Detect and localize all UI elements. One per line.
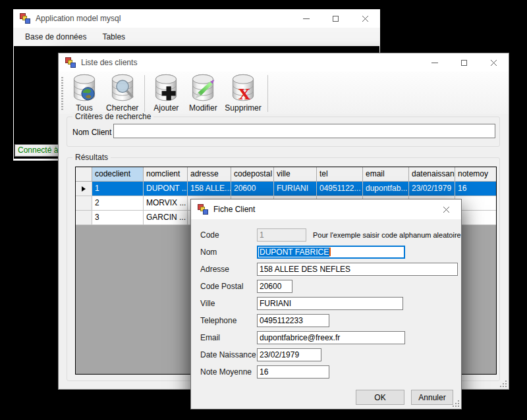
menu-item-base-de-donnees[interactable]: Base de données bbox=[17, 28, 94, 46]
search-criteria-group: Critères de recherche Nom Client bbox=[67, 117, 500, 147]
dialog-titlebar[interactable]: Fiche Client bbox=[191, 199, 461, 219]
close-icon bbox=[443, 206, 450, 213]
table-cell[interactable]: 04951122... bbox=[317, 182, 363, 196]
tous-button[interactable]: Tous bbox=[66, 73, 103, 113]
column-header[interactable]: email bbox=[363, 167, 409, 182]
table-row[interactable]: 1 DUPONT ... 158 ALLE... 20600 FURIANI 0… bbox=[76, 182, 496, 196]
column-header[interactable]: notemoy bbox=[455, 167, 497, 182]
fiche-client-dialog: Fiche Client Code 1 Pour l'exemple saisi… bbox=[190, 199, 462, 409]
field-label: Code Postal bbox=[200, 280, 243, 293]
group-title: Critères de recherche bbox=[72, 112, 153, 121]
column-header[interactable]: tel bbox=[317, 167, 363, 182]
column-header[interactable]: ville bbox=[274, 167, 317, 182]
minimize-button[interactable] bbox=[420, 53, 449, 72]
column-header[interactable]: codepostal bbox=[231, 167, 274, 182]
nom-client-input[interactable] bbox=[113, 124, 495, 138]
table-cell[interactable]: 23/02/1979 bbox=[409, 182, 455, 196]
field-row-date-naissance: Date Naissance 23/02/1979 bbox=[191, 348, 461, 361]
tool-label: Supprimer bbox=[225, 103, 261, 113]
minimize-icon bbox=[303, 18, 310, 19]
column-header[interactable]: nomclient bbox=[144, 167, 188, 182]
database-search-icon bbox=[107, 74, 138, 103]
close-button[interactable] bbox=[350, 9, 380, 28]
telephone-field[interactable]: 0495112233 bbox=[257, 314, 329, 327]
ajouter-button[interactable]: Ajouter bbox=[148, 73, 184, 113]
toolbar-separator bbox=[144, 75, 145, 112]
row-header-cell bbox=[76, 167, 92, 182]
table-cell[interactable]: GARCIN ... bbox=[144, 211, 188, 225]
table-cell[interactable]: 1 bbox=[92, 182, 144, 196]
column-header[interactable]: adresse bbox=[188, 167, 231, 182]
toolbar-separator bbox=[267, 75, 268, 112]
field-row-adresse: Adresse 158 ALLEE DES NEFLES bbox=[191, 263, 461, 276]
column-header[interactable]: datenaissance bbox=[409, 167, 455, 182]
code-postal-field[interactable]: 20600 bbox=[257, 280, 292, 293]
field-label: Email bbox=[200, 331, 220, 344]
row-header-cell[interactable] bbox=[76, 211, 92, 225]
table-cell[interactable]: DUPONT ... bbox=[144, 182, 188, 196]
app-icon bbox=[20, 13, 30, 24]
minimize-button[interactable] bbox=[291, 9, 321, 28]
field-label: Telephone bbox=[200, 314, 236, 327]
maximize-button[interactable] bbox=[449, 53, 479, 72]
main-titlebar[interactable]: Application model mysql bbox=[13, 9, 380, 28]
maximize-button[interactable] bbox=[321, 9, 350, 28]
tool-label: Ajouter bbox=[153, 103, 179, 113]
column-header[interactable]: codeclient bbox=[92, 167, 144, 182]
table-cell[interactable]: 20600 bbox=[231, 182, 274, 196]
database-globe-icon bbox=[69, 74, 99, 103]
toolbar: Tous Chercher Ajouter bbox=[59, 72, 509, 114]
field-row-code-postal: Code Postal 20600 bbox=[191, 280, 461, 293]
field-row-telephone: Telephone 0495112233 bbox=[191, 314, 461, 327]
list-window-title: Liste des clients bbox=[81, 58, 137, 67]
close-icon bbox=[362, 15, 369, 22]
selected-text: DUPONT FABRICE bbox=[259, 248, 329, 257]
email-field[interactable]: dupontfabrice@freex.fr bbox=[257, 331, 405, 344]
nom-field[interactable]: DUPONT FABRICE bbox=[257, 246, 405, 259]
code-hint: Pour l'exemple saisir code alphanum alea… bbox=[313, 228, 461, 242]
cancel-button[interactable]: Annuler bbox=[411, 390, 453, 405]
size-grip-icon[interactable] bbox=[500, 381, 507, 387]
app-icon bbox=[65, 57, 76, 68]
row-header-cell[interactable] bbox=[76, 182, 92, 196]
size-grip-icon[interactable] bbox=[453, 400, 459, 407]
supprimer-button[interactable]: X Supprimer bbox=[221, 73, 264, 113]
table-cell[interactable]: FURIANI bbox=[274, 182, 317, 196]
close-icon bbox=[490, 59, 497, 66]
note-moyenne-field[interactable]: 16 bbox=[257, 365, 329, 379]
table-cell[interactable]: dupontfab... bbox=[363, 182, 409, 196]
minimize-icon bbox=[431, 63, 438, 63]
field-label: Nom bbox=[200, 246, 217, 259]
maximize-icon bbox=[461, 60, 467, 66]
close-button[interactable] bbox=[479, 53, 509, 72]
ok-button[interactable]: OK bbox=[356, 390, 404, 405]
nom-client-label: Nom Client bbox=[72, 128, 111, 137]
table-cell[interactable]: 3 bbox=[92, 211, 144, 225]
current-row-icon bbox=[82, 186, 86, 192]
tool-label: Modifier bbox=[189, 103, 217, 113]
close-button[interactable] bbox=[431, 199, 461, 219]
toolbar-grip[interactable] bbox=[61, 77, 63, 111]
code-field: 1 bbox=[257, 228, 306, 242]
field-label: Code bbox=[200, 228, 219, 242]
main-window-title: Application model mysql bbox=[36, 14, 121, 23]
chercher-button[interactable]: Chercher bbox=[103, 73, 142, 113]
modifier-button[interactable]: Modifier bbox=[184, 73, 221, 113]
tool-label: Chercher bbox=[106, 103, 138, 113]
table-cell[interactable]: 158 ALLE... bbox=[188, 182, 231, 196]
list-titlebar[interactable]: Liste des clients bbox=[59, 53, 509, 72]
svg-text:X: X bbox=[238, 85, 250, 103]
menu-item-tables[interactable]: Tables bbox=[94, 28, 133, 46]
status-badge: Connecté à bbox=[14, 144, 61, 157]
field-label: Date Naissance bbox=[200, 348, 256, 361]
field-row-note-moyenne: Note Moyenne 16 bbox=[191, 365, 461, 379]
date-naissance-field[interactable]: 23/02/1979 bbox=[257, 348, 321, 361]
table-cell[interactable]: 2 bbox=[92, 196, 144, 211]
field-row-nom: Nom DUPONT FABRICE bbox=[191, 246, 461, 259]
app-icon bbox=[198, 204, 208, 215]
table-cell[interactable]: 16 bbox=[455, 182, 497, 196]
row-header-cell[interactable] bbox=[76, 196, 92, 211]
table-cell[interactable]: MORVIX ... bbox=[144, 196, 188, 211]
ville-field[interactable]: FURIANI bbox=[257, 297, 403, 310]
adresse-field[interactable]: 158 ALLEE DES NEFLES bbox=[257, 263, 458, 276]
